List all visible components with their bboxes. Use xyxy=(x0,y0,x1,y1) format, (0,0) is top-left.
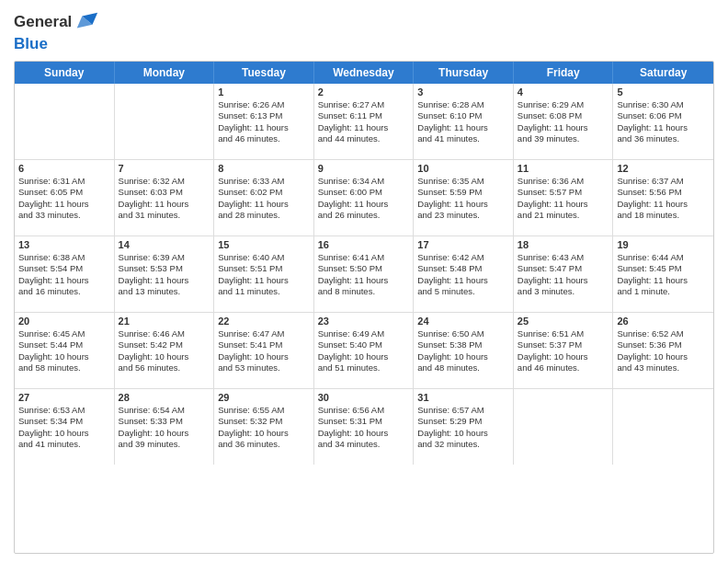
cell-info-line: Sunset: 5:59 PM xyxy=(417,187,509,198)
cell-info-line: and 32 minutes. xyxy=(417,439,509,450)
calendar-cell-13: 13Sunrise: 6:38 AMSunset: 5:54 PMDayligh… xyxy=(15,236,115,312)
cell-info-line: Sunset: 5:31 PM xyxy=(318,416,410,427)
calendar-cell-19: 19Sunrise: 6:44 AMSunset: 5:45 PMDayligh… xyxy=(613,236,713,312)
calendar-cell-17: 17Sunrise: 6:42 AMSunset: 5:48 PMDayligh… xyxy=(414,236,514,312)
cell-info-line: Sunset: 5:32 PM xyxy=(218,416,310,427)
cell-info-line: Sunrise: 6:49 AM xyxy=(318,328,410,339)
cell-info-line: Sunset: 5:51 PM xyxy=(218,263,310,274)
day-number: 27 xyxy=(18,392,110,403)
logo: General Blue xyxy=(14,9,99,53)
cell-info-line: Sunset: 5:56 PM xyxy=(617,187,710,198)
cell-info-line: Sunrise: 6:56 AM xyxy=(318,405,410,416)
calendar-row-2: 13Sunrise: 6:38 AMSunset: 5:54 PMDayligh… xyxy=(15,236,713,313)
calendar-cell-7: 7Sunrise: 6:32 AMSunset: 6:03 PMDaylight… xyxy=(115,160,215,236)
calendar-cell-11: 11Sunrise: 6:36 AMSunset: 5:57 PMDayligh… xyxy=(514,160,614,236)
cell-info-line: and 8 minutes. xyxy=(318,286,410,297)
calendar-cell-empty-4-6 xyxy=(613,389,713,465)
cell-info-line: and 48 minutes. xyxy=(417,362,509,373)
day-number: 15 xyxy=(218,239,310,250)
calendar-cell-12: 12Sunrise: 6:37 AMSunset: 5:56 PMDayligh… xyxy=(613,160,713,236)
cell-info-line: Daylight: 11 hours xyxy=(119,275,210,286)
cell-info-line: and 39 minutes. xyxy=(518,133,609,144)
day-number: 26 xyxy=(617,316,710,327)
cell-info-line: and 41 minutes. xyxy=(18,439,110,450)
cell-info-line: Sunset: 5:41 PM xyxy=(218,339,310,350)
cell-info-line: Sunset: 5:54 PM xyxy=(18,263,110,274)
calendar-cell-31: 31Sunrise: 6:57 AMSunset: 5:29 PMDayligh… xyxy=(414,389,514,465)
calendar-row-4: 27Sunrise: 6:53 AMSunset: 5:34 PMDayligh… xyxy=(15,389,713,465)
cell-info-line: and 13 minutes. xyxy=(119,286,210,297)
cell-info-line: Sunset: 5:38 PM xyxy=(417,339,509,350)
day-number: 13 xyxy=(18,239,110,250)
day-number: 31 xyxy=(417,392,509,403)
calendar-row-1: 6Sunrise: 6:31 AMSunset: 6:05 PMDaylight… xyxy=(15,160,713,236)
cell-info-line: and 11 minutes. xyxy=(218,286,310,297)
cell-info-line: Daylight: 10 hours xyxy=(119,428,210,439)
cell-info-line: Sunset: 6:08 PM xyxy=(518,110,609,121)
cell-info-line: and 44 minutes. xyxy=(318,133,410,144)
cell-info-line: Sunrise: 6:30 AM xyxy=(617,99,710,110)
cell-info-line: Daylight: 11 hours xyxy=(218,122,310,133)
calendar-cell-23: 23Sunrise: 6:49 AMSunset: 5:40 PMDayligh… xyxy=(314,313,415,388)
day-number: 28 xyxy=(119,392,210,403)
calendar-row-0: 1Sunrise: 6:26 AMSunset: 6:13 PMDaylight… xyxy=(15,84,713,160)
calendar-cell-5: 5Sunrise: 6:30 AMSunset: 6:06 PMDaylight… xyxy=(613,84,713,159)
day-number: 10 xyxy=(417,163,509,174)
cell-info-line: and 53 minutes. xyxy=(218,362,310,373)
cell-info-line: Sunset: 5:53 PM xyxy=(119,263,210,274)
cell-info-line: Sunrise: 6:39 AM xyxy=(119,252,210,263)
day-number: 30 xyxy=(318,392,410,403)
cell-info-line: Daylight: 11 hours xyxy=(417,275,509,286)
calendar-cell-25: 25Sunrise: 6:51 AMSunset: 5:37 PMDayligh… xyxy=(514,313,614,388)
page: General Blue SundayMondayTuesdayWednesda… xyxy=(0,0,728,563)
calendar-cell-empty-4-5 xyxy=(514,389,614,465)
cell-info-line: Daylight: 11 hours xyxy=(318,275,410,286)
cell-info-line: Daylight: 11 hours xyxy=(518,275,609,286)
cell-info-line: Sunset: 6:10 PM xyxy=(417,110,509,121)
cell-info-line: Sunset: 5:45 PM xyxy=(617,263,710,274)
header-cell-friday: Friday xyxy=(514,62,614,84)
header: General Blue xyxy=(14,9,714,53)
cell-info-line: Sunrise: 6:52 AM xyxy=(617,328,710,339)
calendar-cell-empty-0-1 xyxy=(115,84,215,159)
cell-info-line: Sunset: 6:03 PM xyxy=(119,187,210,198)
day-number: 12 xyxy=(617,163,710,174)
cell-info-line: Sunrise: 6:28 AM xyxy=(417,99,509,110)
calendar-header: SundayMondayTuesdayWednesdayThursdayFrid… xyxy=(15,62,713,84)
calendar-cell-26: 26Sunrise: 6:52 AMSunset: 5:36 PMDayligh… xyxy=(613,313,713,388)
cell-info-line: Sunset: 5:36 PM xyxy=(617,339,710,350)
calendar-cell-2: 2Sunrise: 6:27 AMSunset: 6:11 PMDaylight… xyxy=(314,84,415,159)
day-number: 5 xyxy=(617,86,710,98)
cell-info-line: Daylight: 10 hours xyxy=(518,351,609,362)
day-number: 24 xyxy=(417,316,509,327)
cell-info-line: Sunrise: 6:43 AM xyxy=(518,252,609,263)
cell-info-line: Daylight: 11 hours xyxy=(18,275,110,286)
cell-info-line: Sunrise: 6:46 AM xyxy=(119,328,210,339)
day-number: 8 xyxy=(218,163,310,174)
cell-info-line: Sunrise: 6:41 AM xyxy=(318,252,410,263)
cell-info-line: Sunset: 5:47 PM xyxy=(518,263,609,274)
cell-info-line: Daylight: 11 hours xyxy=(617,199,710,210)
calendar-cell-15: 15Sunrise: 6:40 AMSunset: 5:51 PMDayligh… xyxy=(214,236,314,312)
day-number: 17 xyxy=(417,239,509,250)
cell-info-line: Sunrise: 6:53 AM xyxy=(18,405,110,416)
cell-info-line: Sunset: 6:00 PM xyxy=(318,187,410,198)
calendar-cell-4: 4Sunrise: 6:29 AMSunset: 6:08 PMDaylight… xyxy=(514,84,614,159)
cell-info-line: Daylight: 11 hours xyxy=(218,199,310,210)
cell-info-line: Sunrise: 6:33 AM xyxy=(218,176,310,187)
cell-info-line: Sunset: 5:44 PM xyxy=(18,339,110,350)
logo-icon xyxy=(74,9,99,35)
calendar-cell-8: 8Sunrise: 6:33 AMSunset: 6:02 PMDaylight… xyxy=(214,160,314,236)
day-number: 23 xyxy=(318,316,410,327)
cell-info-line: and 51 minutes. xyxy=(318,362,410,373)
cell-info-line: Sunset: 5:40 PM xyxy=(318,339,410,350)
cell-info-line: and 36 minutes. xyxy=(617,133,710,144)
cell-info-line: Daylight: 10 hours xyxy=(18,428,110,439)
calendar-cell-6: 6Sunrise: 6:31 AMSunset: 6:05 PMDaylight… xyxy=(15,160,115,236)
day-number: 1 xyxy=(218,86,310,98)
calendar-cell-14: 14Sunrise: 6:39 AMSunset: 5:53 PMDayligh… xyxy=(115,236,215,312)
calendar-cell-16: 16Sunrise: 6:41 AMSunset: 5:50 PMDayligh… xyxy=(314,236,415,312)
cell-info-line: and 36 minutes. xyxy=(218,439,310,450)
cell-info-line: Sunset: 6:06 PM xyxy=(617,110,710,121)
calendar-cell-29: 29Sunrise: 6:55 AMSunset: 5:32 PMDayligh… xyxy=(214,389,314,465)
